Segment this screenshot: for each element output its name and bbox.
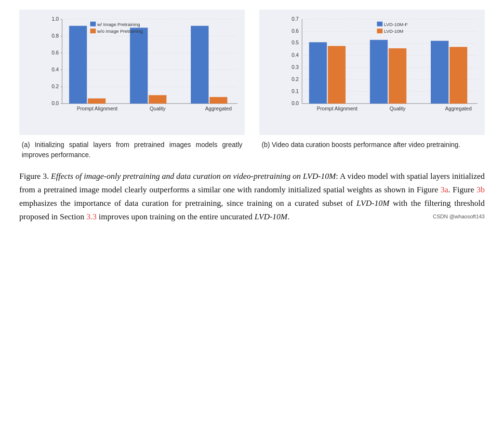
svg-rect-60 [377,22,383,27]
svg-text:0.1: 0.1 [292,88,299,94]
chart-a-area: 0.0 0.2 0.4 0.6 0.8 1.0 [19,10,245,135]
svg-rect-57 [450,47,467,104]
svg-rect-50 [309,42,327,104]
chart-b-svg: 0.0 0.1 0.2 0.3 0.4 0.5 0.6 0.7 [283,16,480,121]
svg-rect-26 [210,97,227,104]
svg-rect-25 [191,26,209,104]
svg-text:Prompt Alignment: Prompt Alignment [317,106,358,111]
svg-text:0.6: 0.6 [52,50,59,55]
caption-a: (a) Initializing spatial layers from pre… [19,140,245,160]
chart-b-area: 0.0 0.1 0.2 0.3 0.4 0.5 0.6 0.7 [259,10,485,135]
ref-3b: 3b [477,185,485,194]
svg-rect-22 [130,27,148,103]
figure-lvd-italic: LVD-10M [357,199,389,208]
svg-rect-31 [90,28,96,33]
svg-rect-23 [149,95,167,103]
svg-rect-20 [88,98,106,104]
svg-text:0.6: 0.6 [292,28,299,34]
svg-text:Quality: Quality [149,106,166,111]
charts-section: 0.0 0.2 0.4 0.6 0.8 1.0 [19,10,485,160]
svg-text:Quality: Quality [389,106,406,111]
svg-rect-53 [370,40,388,104]
svg-rect-29 [90,22,96,27]
svg-text:LVD-10M: LVD-10M [384,28,403,34]
svg-rect-19 [69,26,87,104]
svg-rect-51 [328,46,345,103]
figure-text-6: improves upon training on the entire unc… [97,212,255,221]
svg-text:0.5: 0.5 [292,40,299,45]
svg-rect-62 [377,28,383,33]
svg-text:0.3: 0.3 [292,64,299,70]
svg-text:0.0: 0.0 [52,100,59,106]
svg-text:0.4: 0.4 [52,67,59,72]
figure-text-4: emphasizes the importance of data curati… [19,199,357,208]
ref-33: 3.3 [86,212,96,221]
svg-text:0.2: 0.2 [52,83,59,89]
figure-text-7: . [288,212,290,221]
figure-number: Figure 3. [19,172,49,181]
figure-italic: Effects of image-only pretraining and da… [49,172,301,181]
svg-rect-56 [431,41,449,104]
svg-text:w/o Image Pretraining: w/o Image Pretraining [97,28,143,34]
chart-a-container: 0.0 0.2 0.4 0.6 0.8 1.0 [19,10,245,160]
svg-text:0.7: 0.7 [292,16,299,22]
chart-b-container: 0.0 0.1 0.2 0.3 0.4 0.5 0.6 0.7 [259,10,485,160]
figure-caption: Figure 3. Effects of image-only pretrain… [19,170,485,224]
svg-text:w/ Image Pretraining: w/ Image Pretraining [97,22,140,27]
svg-rect-54 [389,48,407,104]
svg-text:Prompt Alignment: Prompt Alignment [77,106,118,111]
ref-3a: 3a [440,185,448,194]
caption-b: (b) Video data curation boosts performan… [259,140,485,150]
svg-text:0.4: 0.4 [292,52,299,58]
figure-lvd2-italic: LVD-10M [254,212,287,221]
svg-text:0.2: 0.2 [292,76,299,82]
svg-text:LVD-10M-F: LVD-10M-F [384,22,408,27]
svg-text:Aggregated: Aggregated [205,106,232,111]
figure-model-italic: LVD-10M [301,172,336,181]
chart-a-svg: 0.0 0.2 0.4 0.6 0.8 1.0 [43,16,240,121]
figure-text-3: . Figure [448,185,477,194]
svg-text:0.8: 0.8 [52,33,59,39]
svg-text:1.0: 1.0 [52,16,59,22]
svg-text:0.0: 0.0 [292,100,299,106]
watermark: CSDN @whaosoft143 [433,212,485,221]
svg-text:Aggregated: Aggregated [445,106,472,111]
